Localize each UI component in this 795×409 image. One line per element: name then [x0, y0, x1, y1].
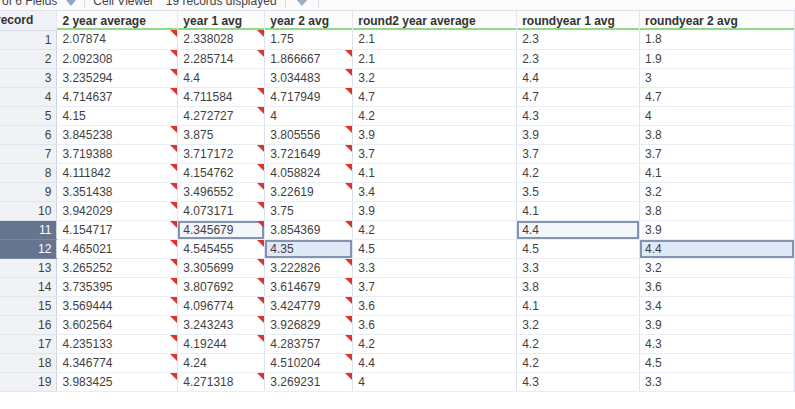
- selected-cell[interactable]: 4.345679: [178, 220, 265, 239]
- data-cell[interactable]: 4.5: [353, 239, 517, 258]
- data-cell[interactable]: 3.983425: [57, 372, 178, 391]
- data-cell[interactable]: 3.424779: [265, 296, 353, 315]
- data-cell[interactable]: 4.465021: [57, 239, 178, 258]
- row-header-9[interactable]: 9: [0, 182, 57, 201]
- row-header-17[interactable]: 17: [0, 334, 57, 353]
- data-cell[interactable]: 3.269231: [265, 372, 353, 391]
- column-header-2-year-average[interactable]: 2 year average: [57, 11, 178, 30]
- data-cell[interactable]: 4.272727: [178, 106, 265, 125]
- data-cell[interactable]: 3.875: [178, 125, 265, 144]
- data-cell[interactable]: 4.19244: [178, 334, 265, 353]
- data-cell[interactable]: 3.9: [517, 125, 640, 144]
- data-cell[interactable]: 3.22619: [265, 182, 353, 201]
- data-cell[interactable]: 3.2: [517, 315, 640, 334]
- data-cell[interactable]: 4.15: [57, 106, 178, 125]
- row-header-4[interactable]: 4: [0, 87, 57, 106]
- data-cell[interactable]: 2.092308: [57, 49, 178, 68]
- data-cell[interactable]: 2.338028: [178, 30, 265, 49]
- data-cell[interactable]: 4.7: [353, 87, 517, 106]
- selected-cell[interactable]: 4.4: [640, 239, 795, 258]
- data-cell[interactable]: 3.721649: [265, 144, 353, 163]
- row-header-16[interactable]: 16: [0, 315, 57, 334]
- data-cell[interactable]: 4: [353, 372, 517, 391]
- row-header-14[interactable]: 14: [0, 277, 57, 296]
- data-cell[interactable]: 3.2: [640, 258, 795, 277]
- data-cell[interactable]: 4.7: [640, 87, 795, 106]
- data-cell[interactable]: 4.2: [353, 334, 517, 353]
- data-cell[interactable]: 3.717172: [178, 144, 265, 163]
- data-cell[interactable]: 4.346774: [57, 353, 178, 372]
- data-cell[interactable]: 2.3: [517, 49, 640, 68]
- data-cell[interactable]: 3.7: [353, 144, 517, 163]
- fields-dropdown-icon[interactable]: [66, 0, 76, 6]
- data-cell[interactable]: 4: [265, 106, 353, 125]
- data-cell[interactable]: 4.235133: [57, 334, 178, 353]
- data-cell[interactable]: 4.058824: [265, 163, 353, 182]
- data-cell[interactable]: 4.1: [353, 163, 517, 182]
- data-cell[interactable]: 3.602564: [57, 315, 178, 334]
- column-header-year-2-avg[interactable]: year 2 avg: [265, 11, 353, 30]
- data-cell[interactable]: 2.3: [517, 30, 640, 49]
- data-cell[interactable]: 4.510204: [265, 353, 353, 372]
- data-cell[interactable]: 3.3: [640, 372, 795, 391]
- data-cell[interactable]: 2.1: [353, 49, 517, 68]
- data-cell[interactable]: 3.735395: [57, 277, 178, 296]
- data-cell[interactable]: 4.3: [517, 106, 640, 125]
- data-cell[interactable]: 3.6: [353, 296, 517, 315]
- row-header-19[interactable]: 19: [0, 372, 57, 391]
- data-cell[interactable]: 4.2: [353, 106, 517, 125]
- data-cell[interactable]: 3.9: [640, 220, 795, 239]
- data-cell[interactable]: 3.243243: [178, 315, 265, 334]
- data-cell[interactable]: 3.5: [517, 182, 640, 201]
- data-cell[interactable]: 4.3: [517, 372, 640, 391]
- data-cell[interactable]: 3.2: [353, 68, 517, 87]
- data-cell[interactable]: 3.854369: [265, 220, 353, 239]
- data-cell[interactable]: 4.711584: [178, 87, 265, 106]
- column-header-roundyear-1-avg[interactable]: roundyear 1 avg: [517, 11, 640, 30]
- data-cell[interactable]: 4.714637: [57, 87, 178, 106]
- data-cell[interactable]: 4.073171: [178, 201, 265, 220]
- row-header-5[interactable]: 5: [0, 106, 57, 125]
- data-cell[interactable]: 3.805556: [265, 125, 353, 144]
- data-cell[interactable]: 2.285714: [178, 49, 265, 68]
- data-cell[interactable]: 3.75: [265, 201, 353, 220]
- data-cell[interactable]: 4.096774: [178, 296, 265, 315]
- data-cell[interactable]: 4.7: [517, 87, 640, 106]
- data-cell[interactable]: 1.866667: [265, 49, 353, 68]
- data-cell[interactable]: 3.926829: [265, 315, 353, 334]
- data-cell[interactable]: 4.2: [353, 220, 517, 239]
- data-cell[interactable]: 3: [640, 68, 795, 87]
- data-cell[interactable]: 2.1: [353, 30, 517, 49]
- data-cell[interactable]: 4.4: [178, 68, 265, 87]
- data-cell[interactable]: 3.9: [353, 201, 517, 220]
- data-cell[interactable]: 3.8: [517, 277, 640, 296]
- data-cell[interactable]: 4.2: [517, 353, 640, 372]
- data-cell[interactable]: 4.4: [517, 68, 640, 87]
- data-cell[interactable]: 4.5: [517, 239, 640, 258]
- row-header-7[interactable]: 7: [0, 144, 57, 163]
- row-header-18[interactable]: 18: [0, 353, 57, 372]
- data-cell[interactable]: 4.2: [517, 163, 640, 182]
- row-header-12[interactable]: 12: [0, 239, 57, 258]
- data-cell[interactable]: 4.4: [353, 353, 517, 372]
- down-arrow-icon[interactable]: [296, 0, 308, 6]
- data-cell[interactable]: 4.1: [640, 163, 795, 182]
- row-header-11[interactable]: 11: [0, 220, 57, 239]
- row-header-8[interactable]: 8: [0, 163, 57, 182]
- data-cell[interactable]: 4.154717: [57, 220, 178, 239]
- data-cell[interactable]: 3.9: [353, 125, 517, 144]
- data-cell[interactable]: 3.3: [517, 258, 640, 277]
- data-cell[interactable]: 4.111842: [57, 163, 178, 182]
- data-cell[interactable]: 3.9: [640, 315, 795, 334]
- selected-cell[interactable]: 4.35: [265, 239, 353, 258]
- data-cell[interactable]: 3.7: [517, 144, 640, 163]
- data-cell[interactable]: 3.8: [640, 125, 795, 144]
- data-cell[interactable]: 2.07874: [57, 30, 178, 49]
- data-cell[interactable]: 4.24: [178, 353, 265, 372]
- column-header-roundyear-2-avg[interactable]: roundyear 2 avg: [640, 11, 795, 30]
- data-cell[interactable]: 3.6: [353, 315, 517, 334]
- data-cell[interactable]: 3.235294: [57, 68, 178, 87]
- data-cell[interactable]: 4.2: [517, 334, 640, 353]
- column-header-round2-year-average[interactable]: round2 year average: [353, 11, 517, 30]
- data-cell[interactable]: 4.545455: [178, 239, 265, 258]
